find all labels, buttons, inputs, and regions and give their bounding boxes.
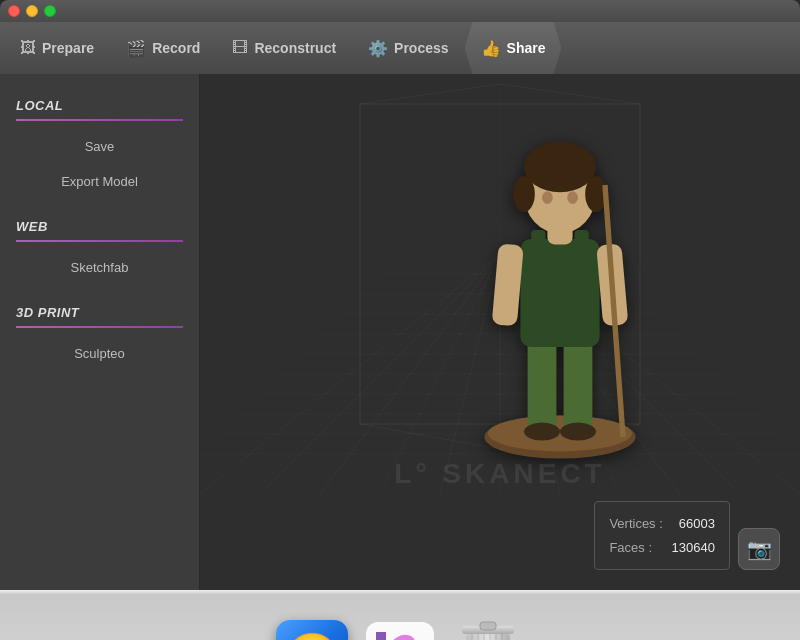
process-icon: ⚙️ [368,39,388,58]
nav-item-reconstruct[interactable]: 🎞 Reconstruct [216,22,352,74]
prepare-icon: 🖼 [20,39,36,57]
trash-svg [458,616,518,640]
svg-rect-30 [564,338,593,432]
svg-rect-34 [531,230,545,266]
camera-button[interactable]: 📷 [738,528,780,570]
nav-label-reconstruct: Reconstruct [254,40,336,56]
dock-item-trash[interactable] [452,620,524,640]
skanect-icon [364,620,436,640]
svg-line-22 [360,84,500,104]
sidebar-item-sketchfab[interactable]: Sketchfab [0,250,199,285]
camera-icon: 📷 [747,537,772,561]
nav-label-share: Share [507,40,546,56]
skanect-app-icon [364,620,436,640]
web-divider [16,240,183,242]
section-title-3dprint: 3D Print [0,297,199,324]
reconstruct-icon: 🎞 [232,39,248,57]
svg-point-41 [513,176,535,212]
finder-icon: 🙂 [276,620,348,640]
faces-value: 130640 [672,536,715,559]
svg-point-43 [542,191,553,204]
share-icon: 👍 [481,39,501,58]
main-window: 🖼 Prepare 🎬 Record 🎞 Reconstruct ⚙️ Proc… [0,0,800,590]
svg-rect-29 [528,338,557,432]
svg-rect-53 [466,634,510,640]
svg-point-28 [488,415,632,451]
nav-item-prepare[interactable]: 🖼 Prepare [4,22,110,74]
sidebar-item-save[interactable]: Save [0,129,199,164]
faces-label: Faces : [609,536,652,559]
dock: 🙂 [0,590,800,640]
dock-shelf [0,590,800,594]
minimize-button[interactable] [26,5,38,17]
dock-item-finder[interactable]: 🙂 [276,620,348,640]
sidebar: Local Save Export Model Web Sketchfab 3D… [0,74,200,590]
svg-point-40 [524,142,596,192]
nav-label-process: Process [394,40,448,56]
nav-bar: 🖼 Prepare 🎬 Record 🎞 Reconstruct ⚙️ Proc… [0,22,800,74]
sidebar-item-export-model[interactable]: Export Model [0,164,199,199]
svg-point-44 [567,191,578,204]
finder-face-icon: 🙂 [285,634,340,640]
viewport: L° SKANECT 📷 Vertices : 66003 Faces : 13… [200,74,800,590]
nav-label-prepare: Prepare [42,40,94,56]
close-button[interactable] [8,5,20,17]
maximize-button[interactable] [44,5,56,17]
nav-item-share[interactable]: 👍 Share [465,22,562,74]
svg-point-31 [524,423,560,441]
dock-item-skanect[interactable] [364,620,436,640]
print-divider [16,326,183,328]
vertices-value: 66003 [679,512,715,535]
faces-row: Faces : 130640 [609,536,715,559]
record-icon: 🎬 [126,39,146,58]
section-title-local: Local [0,90,199,117]
local-divider [16,119,183,121]
svg-point-32 [560,423,596,441]
stats-overlay: Vertices : 66003 Faces : 130640 [594,501,730,570]
sidebar-item-sculpteo[interactable]: Sculpteo [0,336,199,371]
main-content: Local Save Export Model Web Sketchfab 3D… [0,74,800,590]
vertices-label: Vertices : [609,512,662,535]
nav-item-process[interactable]: ⚙️ Process [352,22,464,74]
nav-label-record: Record [152,40,200,56]
title-bar [0,0,800,22]
svg-rect-36 [492,243,524,326]
section-title-web: Web [0,211,199,238]
3d-figure [440,104,680,464]
svg-rect-35 [574,230,588,266]
trash-icon [452,620,524,640]
nav-item-record[interactable]: 🎬 Record [110,22,216,74]
svg-rect-52 [480,622,496,630]
vertices-row: Vertices : 66003 [609,512,715,535]
svg-line-23 [500,84,640,104]
